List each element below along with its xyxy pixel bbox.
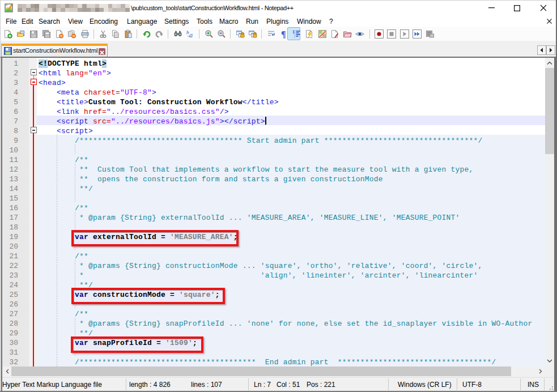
svg-text:a: a <box>189 31 193 39</box>
svg-text:¶: ¶ <box>281 29 286 39</box>
